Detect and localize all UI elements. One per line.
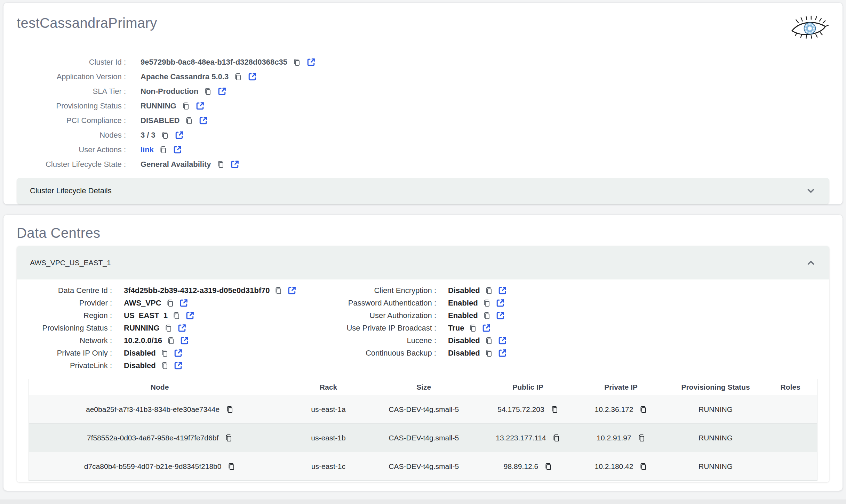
detail-label: Region :: [29, 309, 112, 322]
copy-icon[interactable]: [483, 299, 490, 307]
cassandra-eye-logo: [789, 15, 829, 39]
detail-value-text: Disabled: [448, 284, 480, 297]
detail-value-text: True: [448, 322, 464, 334]
external-link-icon[interactable]: [177, 323, 187, 333]
external-link-icon[interactable]: [185, 311, 195, 320]
copy-icon[interactable]: [639, 405, 647, 414]
copy-icon[interactable]: [274, 286, 282, 295]
detail-value-text: General Availability: [141, 157, 211, 172]
column-header-private-ip: Private IP: [574, 379, 668, 395]
external-link-icon[interactable]: [217, 87, 227, 96]
copy-icon[interactable]: [161, 349, 168, 357]
copy-icon[interactable]: [638, 434, 645, 442]
external-link-icon[interactable]: [481, 323, 491, 333]
external-link-icon[interactable]: [497, 336, 507, 346]
dc-panel: AWS_VPC_US_EAST_1 Data Centre Id : 3f4d2…: [17, 246, 829, 482]
table-row: ae0ba25f-a7f3-41b3-834b-efe30ae7344e us-…: [29, 395, 817, 424]
cell-node: 7f58552a-0d03-4a67-958e-419f7fe7d6bf: [29, 424, 291, 452]
cell-text: 10.2.91.97: [597, 434, 631, 442]
copy-icon[interactable]: [483, 311, 490, 320]
cell-provisioning-status: RUNNING: [668, 452, 764, 481]
external-link-icon[interactable]: [173, 145, 182, 155]
detail-value-text: RUNNING: [141, 99, 176, 113]
detail-value-text: US_EAST_1: [124, 309, 168, 322]
copy-icon[interactable]: [552, 434, 560, 442]
cell-text: us-east-1c: [311, 462, 345, 471]
column-header-roles: Roles: [764, 379, 817, 395]
copy-icon[interactable]: [204, 87, 212, 96]
external-link-icon[interactable]: [173, 348, 183, 358]
detail-value-text: Non-Production: [141, 84, 198, 99]
cell-text: ae0ba25f-a7f3-41b3-834b-efe30ae7344e: [86, 405, 220, 414]
nodes-table: NodeRackSizePublic IPPrivate IPProvision…: [29, 379, 817, 481]
copy-icon[interactable]: [166, 299, 174, 307]
cell-text: CAS-DEV-t4g.small-5: [389, 434, 459, 442]
copy-icon[interactable]: [165, 324, 172, 332]
dc-accordion-header[interactable]: AWS_VPC_US_EAST_1: [17, 246, 829, 279]
external-link-icon[interactable]: [173, 361, 183, 371]
external-link-icon[interactable]: [497, 348, 507, 358]
cell-private-ip: 10.2.36.172: [574, 395, 668, 424]
copy-icon[interactable]: [225, 434, 232, 442]
copy-icon[interactable]: [485, 336, 493, 345]
detail-label: Use Private IP Broadcast :: [287, 322, 436, 334]
cell-text: us-east-1b: [311, 434, 345, 442]
external-link-icon[interactable]: [495, 311, 505, 320]
cluster-lifecycle-details-accordion[interactable]: Cluster Lifecycle Details: [17, 178, 829, 204]
detail-value-text: 10.2.0.0/16: [124, 334, 162, 347]
detail-value: Disabled: [448, 347, 507, 359]
cell-text: 10.2.180.42: [595, 462, 633, 471]
copy-icon[interactable]: [173, 311, 180, 320]
detail-label: Cluster Lifecycle State :: [17, 157, 126, 172]
copy-icon[interactable]: [226, 405, 233, 414]
external-link-icon[interactable]: [174, 130, 184, 140]
detail-value: Disabled: [448, 334, 507, 347]
detail-value: Disabled: [124, 359, 297, 372]
external-link-icon[interactable]: [198, 116, 208, 125]
detail-label: PrivateLink :: [29, 359, 112, 372]
copy-icon[interactable]: [185, 116, 193, 125]
detail-label: Network :: [29, 334, 112, 347]
external-link-icon[interactable]: [497, 286, 507, 295]
detail-label: Password Authentication :: [287, 297, 436, 309]
copy-icon[interactable]: [167, 336, 175, 345]
copy-icon[interactable]: [217, 160, 224, 169]
external-link-icon[interactable]: [495, 298, 505, 308]
column-header-provisioning-status: Provisioning Status: [668, 379, 764, 395]
table-row: d7ca80b4-b559-4d07-b21e-9d8345f218b0 us-…: [29, 452, 817, 481]
cluster-details: Cluster Id : 9e5729bb-0ac8-48ea-b13f-d32…: [17, 55, 829, 172]
copy-icon[interactable]: [159, 146, 167, 154]
copy-icon[interactable]: [293, 58, 301, 66]
cell-public-ip: 13.223.177.114: [481, 424, 575, 452]
detail-value: Disabled: [124, 347, 297, 359]
external-link-icon[interactable]: [247, 72, 257, 82]
copy-icon[interactable]: [161, 131, 169, 139]
cell-text: 98.89.12.6: [504, 462, 538, 471]
external-link-icon[interactable]: [306, 57, 316, 67]
dc-details-right: Client Encryption : Disabled Password Au…: [287, 284, 507, 359]
copy-icon[interactable]: [469, 324, 477, 332]
external-link-icon[interactable]: [179, 336, 189, 346]
copy-icon[interactable]: [485, 286, 493, 295]
detail-value: Enabled: [448, 297, 507, 309]
external-link-icon[interactable]: [179, 298, 189, 308]
external-link-icon[interactable]: [230, 160, 240, 169]
copy-icon[interactable]: [485, 349, 493, 357]
accordion-label: Cluster Lifecycle Details: [30, 186, 112, 195]
detail-value-text: Disabled: [448, 334, 480, 347]
copy-icon[interactable]: [182, 102, 190, 110]
detail-label: Provisioning Status :: [29, 322, 112, 334]
copy-icon[interactable]: [544, 462, 552, 471]
external-link-icon[interactable]: [195, 101, 205, 111]
cell-text: us-east-1a: [311, 405, 345, 414]
table-header-row: NodeRackSizePublic IPPrivate IPProvision…: [29, 379, 817, 395]
copy-icon[interactable]: [228, 462, 235, 471]
copy-icon[interactable]: [639, 462, 647, 471]
copy-icon[interactable]: [234, 73, 242, 81]
detail-label: Client Encryption :: [287, 284, 436, 297]
detail-value-text: Enabled: [448, 309, 478, 322]
copy-icon[interactable]: [161, 361, 168, 370]
data-centres-card: Data Centres AWS_VPC_US_EAST_1 Data Cent…: [3, 215, 843, 491]
copy-icon[interactable]: [551, 405, 558, 414]
table-body: ae0ba25f-a7f3-41b3-834b-efe30ae7344e us-…: [29, 395, 817, 481]
